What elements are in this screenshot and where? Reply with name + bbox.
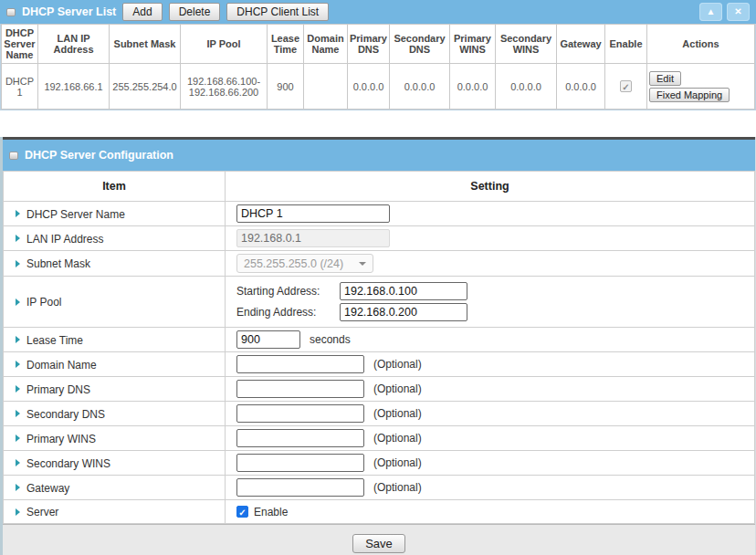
gateway-input[interactable] xyxy=(236,478,364,497)
save-button[interactable]: Save xyxy=(352,534,405,553)
row-primary-wins: Primary WINS (Optional) xyxy=(4,426,755,451)
item-label: Secondary DNS xyxy=(26,407,105,420)
cell-lan-ip-address: 192.168.66.1 xyxy=(38,64,110,110)
primary-wins-input[interactable] xyxy=(236,429,364,447)
chevron-down-icon xyxy=(359,262,366,266)
lan-ip-address-input xyxy=(236,229,390,247)
row-secondary-dns: Secondary DNS (Optional) xyxy=(4,402,755,426)
bullet-icon xyxy=(16,336,20,343)
secondary-wins-input[interactable] xyxy=(236,454,364,472)
bullet-icon xyxy=(16,484,20,491)
column-header: Lease Time xyxy=(268,25,304,64)
column-header: LAN IP Address xyxy=(38,25,110,64)
add-button[interactable]: Add xyxy=(122,3,162,21)
dhcp-server-configuration-panel: DHCP Server Configuration Item Setting D… xyxy=(0,137,756,555)
dhcp-server-list-panel: DHCP Server List Add Delete DHCP Client … xyxy=(0,0,756,110)
cell-enable: ✓ xyxy=(605,64,647,110)
table-row: DHCP 1 192.168.66.1 255.255.254.0 192.16… xyxy=(2,64,755,110)
primary-dns-input[interactable] xyxy=(236,380,364,398)
cell-subnet-mask: 255.255.254.0 xyxy=(110,64,181,110)
server-enable-label: Enable xyxy=(254,506,288,518)
item-column-header: Item xyxy=(4,172,226,202)
column-header: Domain Name xyxy=(304,25,348,64)
bullet-icon xyxy=(16,435,20,442)
subnet-mask-selected-value: 255.255.255.0 (/24) xyxy=(244,257,343,270)
item-label: Subnet Mask xyxy=(26,257,90,270)
fixed-mapping-button[interactable]: Fixed Mapping xyxy=(649,88,730,102)
item-label: Server xyxy=(26,506,58,518)
panel-title: DHCP Server Configuration xyxy=(25,149,173,162)
optional-note: (Optional) xyxy=(373,407,422,420)
ending-address-input[interactable] xyxy=(340,303,467,321)
item-label: Lease Time xyxy=(26,333,83,346)
column-header: DHCP Server Name xyxy=(2,25,38,64)
cell-gateway: 0.0.0.0 xyxy=(557,64,605,110)
edit-button[interactable]: Edit xyxy=(649,71,681,86)
item-label: Secondary WINS xyxy=(26,456,110,469)
row-dhcp-server-name: DHCP Server Name xyxy=(4,202,755,226)
row-lan-ip-address: LAN IP Address xyxy=(4,226,755,251)
cell-lease-time: 900 xyxy=(268,64,304,110)
close-icon[interactable]: ✕ xyxy=(727,3,750,21)
starting-address-input[interactable] xyxy=(340,282,467,300)
row-domain-name: Domain Name (Optional) xyxy=(4,352,755,377)
configuration-table: Item Setting DHCP Server Name LAN IP Add… xyxy=(3,171,755,524)
bullet-icon xyxy=(16,210,20,217)
row-ip-pool: IP Pool Starting Address: Ending Address… xyxy=(4,277,755,328)
bullet-icon xyxy=(16,385,20,393)
cell-ip-pool: 192.168.66.100-192.168.66.200 xyxy=(181,64,268,110)
item-label: IP Pool xyxy=(26,296,61,309)
starting-address-label: Starting Address: xyxy=(236,285,340,298)
column-header: Subnet Mask xyxy=(110,25,181,64)
lease-time-input[interactable] xyxy=(236,330,300,349)
bullet-icon xyxy=(16,508,20,516)
column-header: Actions xyxy=(647,25,755,64)
collapse-icon[interactable]: ▲ xyxy=(699,3,722,21)
ending-address-label: Ending Address: xyxy=(236,306,340,319)
secondary-dns-input[interactable] xyxy=(236,404,364,423)
cell-primary-wins: 0.0.0.0 xyxy=(450,64,496,110)
column-header: Secondary WINS xyxy=(496,25,557,64)
bullet-icon xyxy=(16,235,20,242)
delete-button[interactable]: Delete xyxy=(169,3,221,21)
cell-actions: Edit Fixed Mapping xyxy=(647,64,755,110)
cell-secondary-dns: 0.0.0.0 xyxy=(390,64,450,110)
table-header-row: DHCP Server Name LAN IP Address Subnet M… xyxy=(2,25,755,64)
dhcp-server-configuration-header: DHCP Server Configuration xyxy=(3,140,755,171)
optional-note: (Optional) xyxy=(373,481,422,494)
dhcp-server-name-input[interactable] xyxy=(236,204,390,223)
lease-time-unit: seconds xyxy=(310,333,351,346)
row-secondary-wins: Secondary WINS (Optional) xyxy=(4,451,755,476)
dhcp-client-list-button[interactable]: DHCP Client List xyxy=(226,3,329,21)
item-label: Domain Name xyxy=(26,358,97,371)
item-label: DHCP Server Name xyxy=(26,207,125,220)
column-header: Secondary DNS xyxy=(390,25,450,64)
domain-name-input[interactable] xyxy=(236,355,364,373)
setting-column-header: Setting xyxy=(226,172,755,202)
column-header: Primary WINS xyxy=(450,25,496,64)
row-server: Server ✓ Enable xyxy=(4,500,755,524)
cell-domain-name xyxy=(304,64,348,110)
bullet-icon xyxy=(16,459,20,466)
optional-note: (Optional) xyxy=(373,432,422,445)
column-header: Primary DNS xyxy=(348,25,390,64)
dhcp-server-list-header: DHCP Server List Add Delete DHCP Client … xyxy=(0,0,756,24)
item-label: Primary WINS xyxy=(26,432,96,445)
enable-checkbox-disabled: ✓ xyxy=(620,80,632,92)
dhcp-server-table: DHCP Server Name LAN IP Address Subnet M… xyxy=(1,24,755,110)
panel-square-icon xyxy=(9,152,18,160)
server-enable-checkbox[interactable]: ✓ xyxy=(236,506,248,518)
cell-primary-dns: 0.0.0.0 xyxy=(348,64,390,110)
save-bar: Save xyxy=(3,524,755,555)
row-gateway: Gateway (Optional) xyxy=(4,476,755,500)
optional-note: (Optional) xyxy=(373,358,422,371)
bullet-icon xyxy=(16,298,20,306)
cell-dhcp-server-name: DHCP 1 xyxy=(2,64,38,110)
window-controls: ▲ ✕ xyxy=(699,3,750,21)
item-label: Gateway xyxy=(26,481,69,494)
bullet-icon xyxy=(16,410,20,417)
bullet-icon xyxy=(16,260,20,267)
item-label: Primary DNS xyxy=(26,382,90,395)
dhcp-server-table-wrap: DHCP Server Name LAN IP Address Subnet M… xyxy=(0,24,756,110)
row-primary-dns: Primary DNS (Optional) xyxy=(4,377,755,402)
